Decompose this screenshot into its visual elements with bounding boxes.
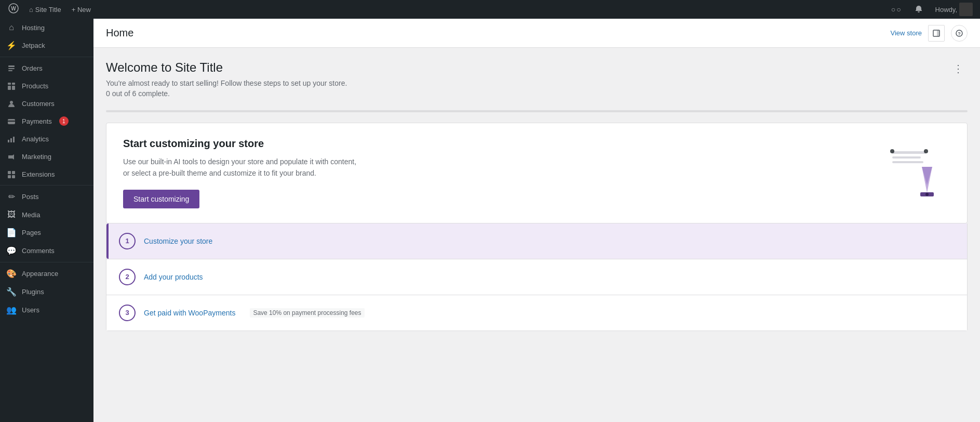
- view-store-link[interactable]: View store: [891, 29, 922, 37]
- svg-rect-7: [8, 83, 11, 85]
- howdy-user[interactable]: Howdy,: [932, 1, 976, 18]
- payments-badge: 1: [59, 116, 69, 126]
- setup-card-container: Start customizing your store Use our bui…: [106, 123, 968, 331]
- help-button[interactable]: ?: [951, 25, 968, 42]
- sidebar-divider-2: [0, 185, 93, 186]
- new-content-button[interactable]: + New: [68, 4, 95, 16]
- media-icon: 🖼: [6, 210, 17, 219]
- step-item-3[interactable]: 3 Get paid with WooPayments Save 10% on …: [106, 295, 967, 331]
- svg-text:W: W: [11, 6, 16, 11]
- step-item-2[interactable]: 2 Add your products: [106, 259, 967, 295]
- sidebar-divider-1: [0, 57, 93, 57]
- svg-rect-25: [892, 161, 923, 163]
- svg-rect-18: [12, 175, 15, 178]
- svg-rect-6: [12, 86, 15, 90]
- start-customizing-button[interactable]: Start customizing: [123, 190, 199, 208]
- sidebar-item-extensions[interactable]: Extensions: [0, 165, 93, 183]
- sidebar-item-plugins[interactable]: 🔧 Plugins: [0, 283, 93, 301]
- customize-card-title: Start customizing your store: [123, 138, 356, 150]
- sidebar-item-orders[interactable]: Orders: [0, 59, 93, 77]
- sidebar-item-marketing[interactable]: Marketing: [0, 148, 93, 165]
- top-bar-right: ○○ Howdy,: [888, 1, 976, 18]
- customize-illustration: [883, 138, 950, 208]
- svg-rect-15: [8, 171, 11, 174]
- users-icon: 👥: [6, 305, 17, 315]
- panel-toggle-button[interactable]: [928, 25, 945, 42]
- welcome-progress-text: 0 out of 6 complete.: [106, 89, 347, 98]
- step-label-3: Get paid with WooPayments: [144, 309, 235, 317]
- welcome-text-block: Welcome to Site Title You're almost read…: [106, 60, 347, 106]
- top-bar: W ⌂ Site Title + New ○○ Howdy,: [0, 0, 980, 19]
- customize-card-desc: Use our built-in AI tools to design your…: [123, 156, 356, 179]
- step-number-3: 3: [119, 305, 136, 321]
- svg-rect-14: [13, 137, 15, 142]
- svg-rect-11: [8, 121, 15, 122]
- sidebar-item-customers[interactable]: Customers: [0, 95, 93, 112]
- jetpack-icon: ⚡: [6, 41, 17, 50]
- customers-icon: [6, 99, 17, 108]
- svg-point-31: [925, 193, 929, 196]
- user-avatar: [959, 3, 973, 16]
- sidebar-item-payments[interactable]: Payments 1: [0, 112, 93, 130]
- welcome-subtitle: You're almost ready to start selling! Fo…: [106, 79, 347, 87]
- sidebar-item-media[interactable]: 🖼 Media: [0, 206, 93, 223]
- top-bar-left: W ⌂ Site Title + New: [4, 1, 888, 18]
- svg-rect-3: [8, 68, 15, 69]
- sidebar: ⌂ Hosting ⚡ Jetpack Orders: [0, 19, 93, 422]
- sidebar-divider-3: [0, 262, 93, 262]
- sidebar-item-pages[interactable]: 📄 Pages: [0, 223, 93, 242]
- sidebar-item-analytics[interactable]: Analytics: [0, 130, 93, 148]
- wp-logo-icon[interactable]: W: [4, 1, 23, 18]
- svg-point-27: [924, 149, 928, 153]
- svg-rect-17: [8, 175, 11, 178]
- step-3-badge: Save 10% on payment processing fees: [250, 308, 364, 318]
- welcome-header-row: Welcome to Site Title You're almost read…: [106, 60, 968, 106]
- svg-marker-29: [922, 167, 932, 185]
- sidebar-item-users[interactable]: 👥 Users: [0, 301, 93, 319]
- svg-rect-23: [892, 151, 926, 154]
- svg-rect-4: [8, 70, 12, 71]
- svg-rect-24: [892, 156, 921, 159]
- svg-rect-16: [12, 171, 15, 174]
- welcome-section: Welcome to Site Title You're almost read…: [106, 60, 968, 112]
- svg-rect-12: [8, 140, 9, 142]
- sidebar-item-products[interactable]: Products: [0, 77, 93, 95]
- welcome-title: Welcome to Site Title: [106, 60, 347, 75]
- main-layout: ⌂ Hosting ⚡ Jetpack Orders: [0, 19, 980, 422]
- posts-icon: ✏: [6, 192, 17, 202]
- step-item-1[interactable]: 1 Customize your store: [106, 223, 967, 259]
- home-icon: ⌂: [29, 6, 33, 14]
- svg-rect-2: [8, 65, 15, 67]
- payments-icon: [6, 116, 17, 126]
- products-icon: [6, 81, 17, 90]
- content-header: Home View store ?: [93, 19, 980, 48]
- svg-rect-5: [8, 86, 11, 90]
- svg-rect-13: [10, 138, 12, 142]
- page-content: Welcome to Site Title You're almost read…: [93, 48, 980, 422]
- customize-card: Start customizing your store Use our bui…: [106, 123, 968, 223]
- step-number-2: 2: [119, 269, 136, 285]
- hosting-icon: ⌂: [6, 23, 17, 32]
- extensions-icon: [6, 169, 17, 179]
- sidebar-item-appearance[interactable]: 🎨 Appearance: [0, 265, 93, 283]
- content-area: Home View store ?: [93, 19, 980, 422]
- site-title-link[interactable]: ⌂ Site Title: [25, 4, 65, 16]
- sidebar-item-comments[interactable]: 💬 Comments: [0, 242, 93, 260]
- sidebar-item-hosting[interactable]: ⌂ Hosting: [0, 19, 93, 36]
- sidebar-item-jetpack[interactable]: ⚡ Jetpack: [0, 36, 93, 55]
- welcome-more-button[interactable]: ⋮: [949, 60, 968, 77]
- circles-icon[interactable]: ○○: [888, 3, 905, 16]
- comments-icon: 💬: [6, 246, 17, 256]
- sidebar-item-posts[interactable]: ✏ Posts: [0, 188, 93, 206]
- plugins-icon: 🔧: [6, 287, 17, 297]
- page-title: Home: [106, 27, 133, 39]
- notifications-bell[interactable]: [911, 3, 926, 16]
- analytics-icon: [6, 134, 17, 143]
- orders-icon: [6, 63, 17, 73]
- customize-card-content: Start customizing your store Use our bui…: [123, 138, 356, 208]
- header-actions: View store ?: [891, 25, 968, 42]
- steps-list: 1 Customize your store 2 Add your produc…: [106, 223, 968, 331]
- appearance-icon: 🎨: [6, 269, 17, 279]
- svg-point-26: [890, 149, 894, 153]
- step-number-1: 1: [119, 233, 136, 249]
